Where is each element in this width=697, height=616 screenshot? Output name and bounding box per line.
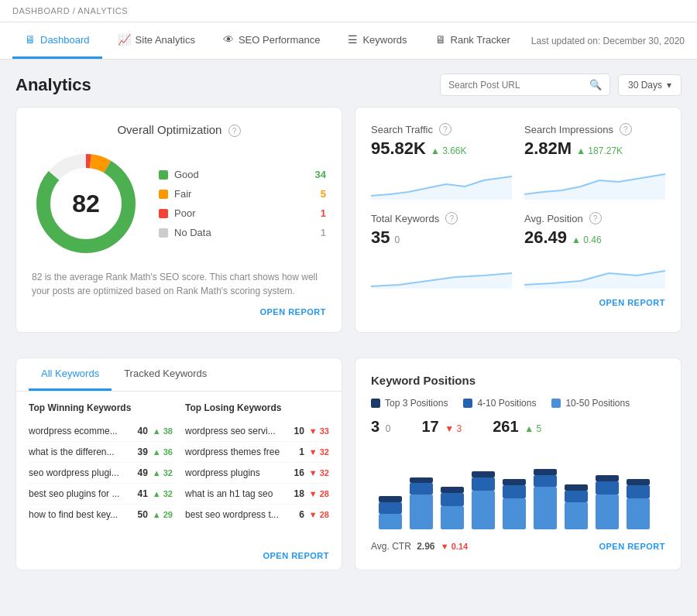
svg-rect-22 [565, 502, 588, 529]
keywords-card: All Keywords Tracked Keywords Top Winnin… [15, 358, 342, 570]
kw-losing-1: wordpress themes free 1 ▼ 32 [185, 442, 329, 463]
svg-rect-4 [379, 514, 402, 529]
tab-dashboard-label: Dashboard [40, 34, 90, 46]
optimization-body: 82 Good 34 Fair [32, 149, 326, 258]
losing-keywords-col: Top Losing Keywords wordpress seo servi.… [185, 402, 329, 525]
legend-top3: Top 3 Positions [371, 398, 448, 409]
dashboard-icon: 🖥 [25, 33, 36, 46]
impressions-value: 2.82M [524, 139, 572, 159]
svg-rect-21 [534, 469, 557, 475]
search-url-input[interactable] [448, 80, 585, 91]
keywords-tabs: All Keywords Tracked Keywords [16, 358, 342, 392]
svg-rect-14 [472, 477, 495, 491]
kw-winning-0: wordpress ecomme... 40 ▲ 38 [29, 421, 173, 442]
svg-rect-30 [627, 479, 650, 485]
legend-dot-poor [159, 209, 168, 218]
tab-all-keywords[interactable]: All Keywords [29, 358, 112, 391]
days-dropdown[interactable]: 30 Days ▾ [618, 74, 682, 96]
keywords-open-report[interactable]: OPEN REPORT [29, 551, 329, 560]
breadcrumb: DASHBOARD / ANALYTICS [0, 0, 697, 22]
svg-rect-8 [410, 483, 433, 495]
keywords-help-icon[interactable]: ? [445, 212, 458, 224]
breadcrumb-part2: ANALYTICS [77, 6, 128, 15]
keywords-value: 35 [371, 228, 390, 248]
positions-open-report[interactable]: OPEN REPORT [599, 542, 665, 551]
optimization-title: Overall Optimization ? [32, 123, 326, 137]
legend-4-10-dot [463, 399, 472, 408]
winning-keywords-col: Top Winning Keywords wordpress ecomme...… [29, 402, 173, 525]
last-updated: Last updated on: December 30, 2020 [531, 36, 685, 46]
svg-rect-28 [627, 498, 650, 529]
donut-score: 82 [72, 190, 100, 218]
nav-tabs-list: 🖥 Dashboard 📈 Site Analytics 👁 SEO Perfo… [12, 22, 523, 59]
stats-open-report[interactable]: OPEN REPORT [371, 298, 665, 307]
legend-item-good: Good 34 [159, 169, 326, 180]
avg-ctr: Avg. CTR 2.96 ▼ 0.14 [371, 541, 468, 552]
svg-rect-13 [472, 491, 495, 529]
donut-chart: 82 [32, 149, 140, 258]
impressions-help-icon[interactable]: ? [620, 123, 632, 135]
stat-impressions: Search Impressions ? 2.82M ▲ 187.27K [524, 123, 665, 200]
svg-rect-27 [596, 475, 619, 481]
svg-rect-29 [627, 485, 650, 498]
avg-position-value: 26.49 [524, 228, 567, 248]
traffic-help-icon[interactable]: ? [439, 123, 452, 135]
pos-stat-4-10: 17 ▼ 3 [421, 418, 462, 436]
losing-header: Top Losing Keywords [185, 402, 329, 413]
legend-dot-fair [159, 190, 168, 199]
legend-item-poor: Poor 1 [159, 207, 326, 219]
tab-site-analytics[interactable]: 📈 Site Analytics [105, 22, 208, 59]
seo-icon: 👁 [223, 33, 234, 46]
positions-card: Keyword Positions Top 3 Positions 4-10 P… [355, 358, 682, 570]
legend-10-50-dot [551, 399, 561, 408]
svg-rect-25 [596, 495, 619, 529]
svg-rect-18 [503, 479, 526, 485]
keywords-chart [371, 254, 512, 289]
svg-rect-23 [565, 491, 588, 502]
page-title: Analytics [15, 75, 91, 95]
keywords-body: Top Winning Keywords wordpress ecomme...… [16, 392, 342, 536]
svg-rect-15 [472, 471, 495, 477]
impressions-chart [524, 165, 665, 200]
legend-item-fair: Fair 5 [159, 188, 326, 200]
tab-dashboard[interactable]: 🖥 Dashboard [12, 22, 102, 59]
positions-stats: 3 0 17 ▼ 3 261 ▲ 5 [371, 418, 665, 436]
tab-rank-tracker[interactable]: 🖥 Rank Tracker [423, 22, 523, 59]
tab-site-analytics-label: Site Analytics [136, 34, 195, 46]
search-icon: 🔍 [589, 79, 602, 91]
keywords-change: 0 [394, 234, 400, 245]
positions-legend: Top 3 Positions 4-10 Positions 10-50 Pos… [371, 398, 665, 409]
kw-winning-2: seo wordpress plugi... 49 ▲ 32 [29, 463, 173, 484]
avg-position-help-icon[interactable]: ? [589, 212, 602, 224]
tab-seo-performance[interactable]: 👁 SEO Performance [211, 22, 333, 59]
tab-keywords[interactable]: ☰ Keywords [335, 22, 419, 59]
rank-tracker-icon: 🖥 [435, 33, 446, 46]
days-dropdown-label: 30 Days [628, 80, 662, 91]
kw-losing-4: best seo wordpress t... 6 ▼ 28 [185, 505, 329, 525]
traffic-chart [371, 165, 512, 200]
optimization-open-report[interactable]: OPEN REPORT [32, 307, 326, 317]
positions-footer: Avg. CTR 2.96 ▼ 0.14 OPEN REPORT [371, 541, 665, 552]
stat-traffic: Search Traffic ? 95.82K ▲ 3.66K [371, 123, 512, 200]
tab-tracked-keywords[interactable]: Tracked Keywords [112, 358, 219, 391]
kw-losing-0: wordpress seo servi... 10 ▼ 33 [185, 421, 329, 442]
svg-rect-11 [441, 493, 464, 506]
positions-title: Keyword Positions [371, 374, 665, 387]
chevron-down-icon: ▾ [667, 80, 671, 91]
optimization-help-icon[interactable]: ? [228, 125, 241, 137]
svg-rect-6 [379, 496, 402, 502]
tab-keywords-label: Keywords [362, 34, 407, 46]
bar-chart-wrapper [371, 448, 665, 533]
impressions-change: ▲ 187.27K [576, 145, 623, 156]
svg-rect-7 [410, 495, 433, 529]
tab-rank-tracker-label: Rank Tracker [451, 34, 510, 46]
kw-winning-3: best seo plugins for ... 41 ▲ 32 [29, 484, 173, 505]
svg-rect-17 [503, 485, 526, 498]
bottom-row: All Keywords Tracked Keywords Top Winnin… [15, 345, 682, 570]
nav-tabs: 🖥 Dashboard 📈 Site Analytics 👁 SEO Perfo… [0, 22, 697, 60]
legend-top3-dot [371, 399, 380, 408]
tab-seo-performance-label: SEO Performance [239, 34, 321, 46]
breadcrumb-part1: DASHBOARD [12, 6, 70, 15]
kw-losing-2: wordpress plugins 16 ▼ 32 [185, 463, 329, 484]
search-url-input-wrapper[interactable]: 🔍 [440, 74, 610, 96]
